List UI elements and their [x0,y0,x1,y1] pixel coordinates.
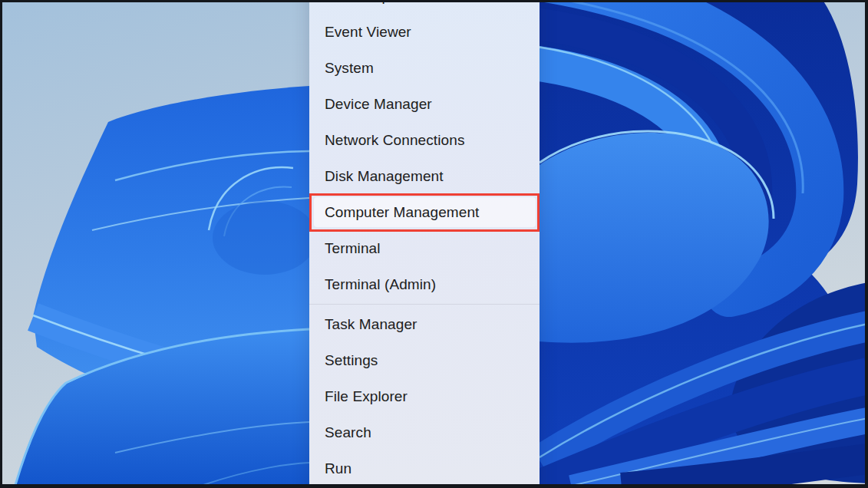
menu-item-label: Disk Management [325,168,444,185]
menu-item-label: Network Connections [325,132,464,149]
menu-item-network-connections[interactable]: Network Connections [309,122,540,158]
menu-item-terminal[interactable]: Terminal [309,230,540,266]
menu-item-label: Terminal [325,240,381,257]
menu-item-label: Settings [325,352,378,369]
menu-item-search[interactable]: Search [309,414,540,450]
menu-item-label: File Explorer [325,388,408,405]
menu-item-computer-management[interactable]: Computer Management [309,194,540,230]
menu-item-label: Device Manager [325,96,432,113]
menu-item-file-explorer[interactable]: File Explorer [309,378,540,414]
menu-item-label: Terminal (Admin) [325,276,436,293]
menu-item-disk-management[interactable]: Disk Management [309,158,540,194]
desktop: Power Options Event Viewer System Device… [0,0,868,488]
menu-item-label: System [325,60,374,77]
menu-separator [309,304,540,305]
menu-item-label: Task Manager [325,316,417,333]
menu-item-label: Search [325,424,371,441]
menu-item-terminal-admin[interactable]: Terminal (Admin) [309,266,540,302]
menu-item-device-manager[interactable]: Device Manager [309,86,540,122]
quick-link-menu: Power Options Event Viewer System Device… [309,0,540,488]
menu-item-settings[interactable]: Settings [309,342,540,378]
menu-item-run[interactable]: Run [309,450,540,486]
menu-item-task-manager[interactable]: Task Manager [309,306,540,342]
menu-item-label: Run [325,460,351,477]
menu-item-label: Event Viewer [325,24,411,41]
menu-item-label: Power Options [325,0,421,5]
menu-item-event-viewer[interactable]: Event Viewer [309,14,540,50]
menu-item-label: Computer Management [325,204,480,221]
menu-item-power-options[interactable]: Power Options [309,0,540,14]
menu-item-system[interactable]: System [309,50,540,86]
